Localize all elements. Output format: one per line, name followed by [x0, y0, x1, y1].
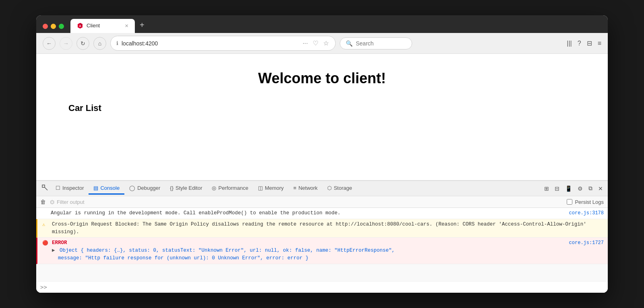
persist-logs-wrap: Persist Logs: [567, 199, 604, 205]
console-object-line2: message: "Http failure response for (unk…: [52, 255, 309, 261]
page-title: Welcome to client!: [68, 70, 576, 87]
performance-label: Performance: [218, 185, 248, 191]
home-icon: ⌂: [98, 40, 101, 47]
responsive-design-button[interactable]: ⊞: [543, 184, 551, 193]
devtools-tabs: ☐ Inspector ▤ Console ◯ Debugger {} Styl…: [36, 181, 608, 196]
new-tab-button[interactable]: +: [135, 21, 149, 33]
tab-memory[interactable]: ◫ Memory: [253, 183, 289, 195]
persist-logs-label: Persist Logs: [575, 199, 604, 205]
window-controls: [43, 24, 64, 29]
expand-icon[interactable]: ▶: [52, 248, 55, 253]
forward-button[interactable]: →: [60, 37, 72, 50]
devtools-select-icon[interactable]: [39, 183, 51, 194]
address-actions: ··· ♡ ☆: [302, 39, 330, 48]
tab-inspector[interactable]: ☐ Inspector: [51, 183, 89, 195]
console-error-label: ERROR: [52, 239, 67, 247]
clear-console-button[interactable]: 🗑: [40, 199, 46, 205]
tab-debugger[interactable]: ◯ Debugger: [124, 183, 165, 195]
tab-label: Client: [87, 23, 100, 29]
style-label: Style Editor: [175, 185, 202, 191]
tab-network[interactable]: ≡ Network: [289, 183, 322, 195]
console-error-content: ERROR core.js:1727 ▶ Object { headers: {…: [52, 239, 604, 262]
search-input[interactable]: [356, 40, 406, 47]
console-message-info: Angular is running in the development mo…: [36, 208, 608, 219]
maximize-button[interactable]: [59, 24, 64, 29]
page-subtitle: Car List: [68, 103, 576, 113]
back-icon: ←: [46, 40, 52, 47]
tab-console[interactable]: ▤ Console: [89, 183, 124, 195]
refresh-button[interactable]: ↻: [76, 37, 89, 50]
error-icon: 🔴: [42, 240, 48, 247]
inspector-icon: ☐: [56, 185, 60, 191]
debugger-label: Debugger: [137, 185, 160, 191]
title-bar: A Client × +: [36, 15, 608, 33]
more-button[interactable]: ···: [302, 39, 309, 48]
inspector-label: Inspector: [62, 185, 84, 191]
filter-icon: ⏣: [50, 199, 54, 205]
minimize-button[interactable]: [51, 24, 56, 29]
storage-icon: ⬡: [327, 185, 332, 191]
bookmark-button[interactable]: ☆: [322, 39, 330, 48]
console-warn-text: Cross-Origin Request Blocked: The Same O…: [52, 221, 604, 236]
sidebar-toggle-button[interactable]: ⊟: [587, 39, 592, 47]
settings-button[interactable]: ⚙: [576, 184, 584, 193]
tab-performance[interactable]: ◎ Performance: [207, 183, 253, 195]
warn-icon: ⚠: [42, 221, 45, 228]
angular-icon: A: [77, 23, 83, 29]
storage-label: Storage: [334, 185, 352, 191]
nav-bar: ← → ↻ ⌂ ℹ ··· ♡ ☆ 🔍 ||| ? ⊟ ≡: [36, 33, 608, 54]
help-button[interactable]: ?: [578, 40, 581, 47]
tab-style-editor[interactable]: {} Style Editor: [165, 183, 207, 195]
home-button[interactable]: ⌂: [93, 37, 106, 50]
active-tab[interactable]: A Client ×: [70, 19, 135, 33]
svg-line-4: [45, 187, 47, 190]
console-output: Angular is running in the development mo…: [36, 208, 608, 281]
console-error-message: message: "Http failure response for (unk…: [52, 255, 604, 262]
pocket-button[interactable]: ♡: [312, 39, 319, 48]
address-input[interactable]: [122, 40, 299, 47]
search-bar[interactable]: 🔍: [340, 37, 412, 49]
devtools-right-icons: ⊞ ⊟ 📱 ⚙ ⧉ ✕: [543, 183, 605, 193]
network-icon: ≡: [293, 185, 297, 191]
console-message-error: 🔴 ERROR core.js:1727 ▶ Object { headers:…: [36, 238, 608, 264]
tab-storage[interactable]: ⬡ Storage: [322, 183, 357, 195]
console-object-line1: ▶ Object { headers: {…}, status: 0, stat…: [52, 248, 395, 253]
browser-window: A Client × + ← → ↻ ⌂ ℹ ··· ♡ ☆: [36, 15, 608, 293]
device-button[interactable]: 📱: [564, 184, 574, 193]
split-console-button[interactable]: ⊟: [553, 184, 561, 193]
console-toolbar: 🗑 ⏣ Filter output Persist Logs: [36, 196, 608, 208]
info-icon: ℹ: [116, 40, 118, 46]
memory-label: Memory: [265, 185, 284, 191]
svg-rect-3: [42, 185, 45, 187]
performance-icon: ◎: [212, 185, 216, 191]
persist-logs-checkbox[interactable]: [567, 199, 572, 205]
page-content: Welcome to client! Car List: [36, 54, 608, 180]
forward-icon: →: [63, 40, 69, 47]
console-info-source[interactable]: core.js:3178: [569, 209, 604, 217]
console-message-warn: ⚠ Cross-Origin Request Blocked: The Same…: [36, 219, 608, 238]
menu-button[interactable]: ≡: [598, 40, 601, 47]
back-button[interactable]: ←: [43, 37, 56, 50]
console-error-object[interactable]: ▶ Object { headers: {…}, status: 0, stat…: [52, 247, 604, 255]
pick-element-icon: [42, 185, 48, 191]
nav-right-icons: ||| ? ⊟ ≡: [567, 39, 601, 47]
console-info-text: Angular is running in the development mo…: [51, 209, 563, 217]
search-icon: 🔍: [346, 40, 353, 47]
console-prompt: >>: [40, 284, 47, 290]
console-icon: ▤: [93, 185, 98, 191]
close-devtools-button[interactable]: ✕: [597, 184, 605, 193]
tab-close-button[interactable]: ×: [125, 22, 128, 29]
address-bar[interactable]: ℹ ··· ♡ ☆: [110, 36, 336, 51]
tabs-area: A Client × +: [70, 19, 149, 33]
console-input-line[interactable]: >>: [36, 281, 608, 293]
style-icon: {}: [170, 185, 173, 191]
devtools-panel: ☐ Inspector ▤ Console ◯ Debugger {} Styl…: [36, 180, 608, 293]
network-label: Network: [298, 185, 318, 191]
console-error-header: ERROR core.js:1727: [52, 239, 604, 247]
debugger-icon: ◯: [129, 185, 135, 191]
dock-button[interactable]: ⧉: [587, 183, 594, 193]
console-error-source[interactable]: core.js:1727: [569, 239, 604, 247]
close-button[interactable]: [43, 24, 48, 29]
library-button[interactable]: |||: [567, 40, 572, 47]
refresh-icon: ↻: [80, 40, 85, 47]
